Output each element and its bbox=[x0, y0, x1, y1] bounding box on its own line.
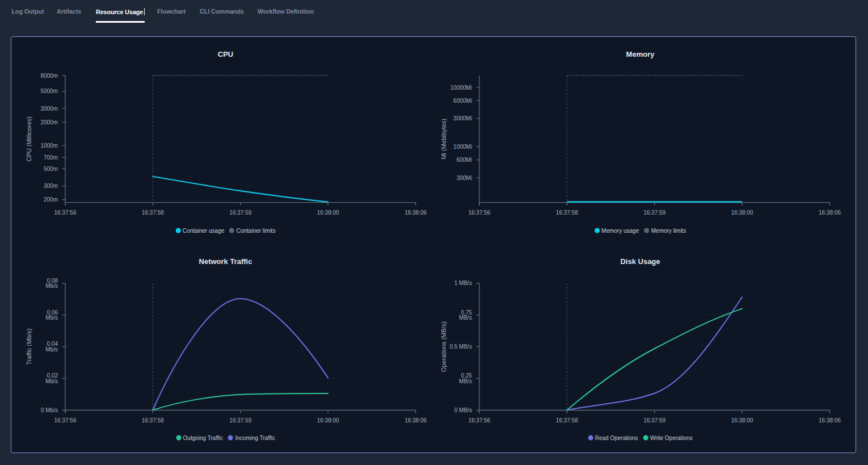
svg-text:300Mi: 300Mi bbox=[457, 175, 472, 181]
svg-text:16:38:06: 16:38:06 bbox=[819, 210, 841, 216]
svg-text:16:37:56: 16:37:56 bbox=[54, 417, 77, 424]
svg-text:Traffic (Mb/s): Traffic (Mb/s) bbox=[26, 329, 32, 365]
svg-text:Mb/s: Mb/s bbox=[45, 283, 58, 289]
svg-text:16:37:58: 16:37:58 bbox=[556, 417, 578, 424]
svg-text:Mb/s: Mb/s bbox=[45, 315, 58, 321]
svg-text:1000m: 1000m bbox=[40, 143, 58, 149]
svg-text:Operations (MB/s): Operations (MB/s) bbox=[440, 321, 447, 372]
svg-text:0 Mb/s: 0 Mb/s bbox=[41, 407, 58, 413]
svg-text:16:38:06: 16:38:06 bbox=[819, 417, 841, 424]
svg-text:1 MB/s: 1 MB/s bbox=[454, 280, 472, 286]
svg-text:16:37:56: 16:37:56 bbox=[54, 210, 77, 216]
svg-text:200m: 200m bbox=[44, 196, 58, 203]
svg-text:MB/s: MB/s bbox=[459, 315, 472, 321]
svg-text:16:37:58: 16:37:58 bbox=[556, 210, 578, 216]
svg-text:16:37:56: 16:37:56 bbox=[468, 210, 490, 216]
svg-text:16:37:59: 16:37:59 bbox=[643, 210, 665, 216]
svg-text:16:37:59: 16:37:59 bbox=[643, 417, 665, 424]
svg-text:2000m: 2000m bbox=[40, 119, 58, 125]
svg-text:CPU (Millicores): CPU (Millicores) bbox=[26, 116, 32, 161]
svg-text:3000m: 3000m bbox=[40, 106, 58, 112]
svg-text:300m: 300m bbox=[44, 183, 58, 189]
svg-text:10000Mi: 10000Mi bbox=[450, 85, 472, 91]
svg-text:8000m: 8000m bbox=[40, 73, 58, 79]
svg-text:16:38:00: 16:38:00 bbox=[731, 417, 753, 424]
svg-text:6000Mi: 6000Mi bbox=[453, 98, 472, 104]
svg-text:700m: 700m bbox=[44, 154, 58, 161]
svg-text:0.5 MB/s: 0.5 MB/s bbox=[449, 343, 471, 350]
svg-text:16:38:00: 16:38:00 bbox=[731, 210, 753, 216]
svg-text:1000Mi: 1000Mi bbox=[453, 144, 472, 150]
svg-text:16:38:00: 16:38:00 bbox=[317, 210, 339, 216]
svg-text:Mb/s: Mb/s bbox=[45, 346, 58, 353]
svg-text:16:38:06: 16:38:06 bbox=[404, 417, 427, 424]
svg-text:Mb/s: Mb/s bbox=[45, 378, 58, 384]
svg-text:500m: 500m bbox=[44, 166, 58, 172]
svg-text:600Mi: 600Mi bbox=[457, 157, 472, 163]
svg-text:5000m: 5000m bbox=[40, 88, 58, 94]
svg-text:16:37:59: 16:37:59 bbox=[229, 210, 251, 216]
svg-text:16:37:58: 16:37:58 bbox=[142, 417, 164, 424]
svg-text:16:37:58: 16:37:58 bbox=[142, 210, 164, 216]
svg-text:3000Mi: 3000Mi bbox=[453, 115, 472, 122]
svg-text:16:38:00: 16:38:00 bbox=[317, 417, 339, 424]
svg-text:Mi (Mebibytes): Mi (Mebibytes) bbox=[440, 119, 447, 160]
svg-text:16:38:06: 16:38:06 bbox=[404, 210, 427, 216]
svg-text:0 MB/s: 0 MB/s bbox=[454, 407, 472, 413]
svg-text:MB/s: MB/s bbox=[459, 378, 472, 384]
svg-text:16:37:56: 16:37:56 bbox=[468, 417, 490, 424]
svg-text:16:37:59: 16:37:59 bbox=[229, 417, 251, 424]
